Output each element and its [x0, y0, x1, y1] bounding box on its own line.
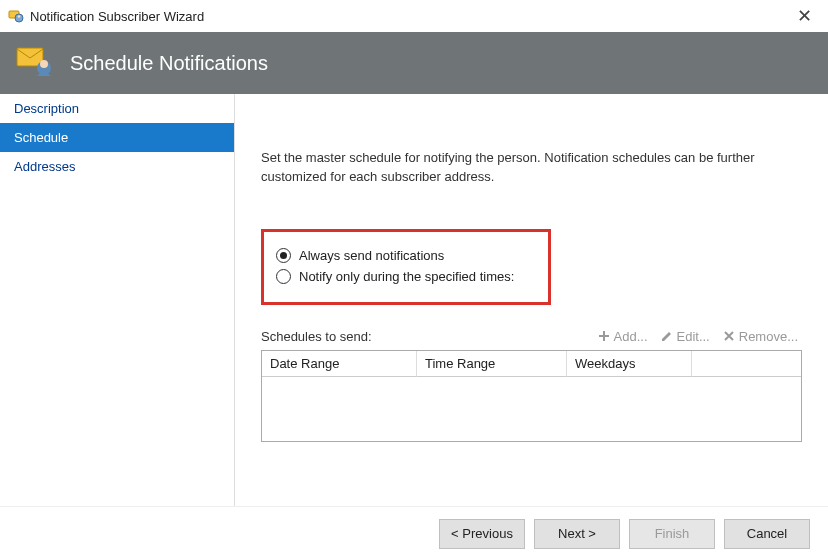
- schedules-table[interactable]: Date Range Time Range Weekdays: [261, 350, 802, 442]
- notification-mode-group: Always send notifications Notify only du…: [261, 229, 551, 305]
- column-date-range[interactable]: Date Range: [262, 351, 417, 377]
- finish-button: Finish: [629, 519, 715, 549]
- table-header-row: Date Range Time Range Weekdays: [262, 351, 801, 377]
- envelope-user-icon: [14, 42, 56, 84]
- add-label: Add...: [614, 329, 648, 344]
- radio-indicator-checked: [276, 248, 291, 263]
- window-title: Notification Subscriber Wizard: [30, 9, 788, 24]
- svg-point-2: [18, 15, 21, 18]
- svg-point-5: [40, 60, 48, 68]
- column-spacer: [692, 351, 801, 377]
- x-icon: [722, 329, 736, 343]
- app-icon: [8, 8, 24, 24]
- cancel-button[interactable]: Cancel: [724, 519, 810, 549]
- sidebar-item-schedule[interactable]: Schedule: [0, 123, 234, 152]
- wizard-sidebar: Description Schedule Addresses: [0, 94, 235, 506]
- close-icon[interactable]: ✕: [788, 5, 820, 27]
- edit-button[interactable]: Edit...: [656, 327, 714, 346]
- sidebar-item-addresses[interactable]: Addresses: [0, 152, 234, 181]
- column-weekdays[interactable]: Weekdays: [567, 351, 692, 377]
- svg-point-1: [15, 14, 23, 22]
- titlebar: Notification Subscriber Wizard ✕: [0, 0, 828, 32]
- content-pane: Set the master schedule for notifying th…: [235, 94, 828, 506]
- add-button[interactable]: Add...: [593, 327, 652, 346]
- column-time-range[interactable]: Time Range: [417, 351, 567, 377]
- schedules-to-send-label: Schedules to send:: [261, 329, 372, 344]
- remove-button[interactable]: Remove...: [718, 327, 802, 346]
- sidebar-item-description[interactable]: Description: [0, 94, 234, 123]
- previous-button[interactable]: < Previous: [439, 519, 525, 549]
- radio-label-specified: Notify only during the specified times:: [299, 269, 514, 284]
- wizard-footer: < Previous Next > Finish Cancel: [0, 506, 828, 560]
- next-button[interactable]: Next >: [534, 519, 620, 549]
- radio-always-send[interactable]: Always send notifications: [276, 248, 536, 263]
- plus-icon: [597, 329, 611, 343]
- schedule-description: Set the master schedule for notifying th…: [261, 149, 802, 187]
- pencil-icon: [660, 329, 674, 343]
- schedule-toolbar: Add... Edit... Remove...: [593, 327, 802, 346]
- remove-label: Remove...: [739, 329, 798, 344]
- radio-label-always: Always send notifications: [299, 248, 444, 263]
- radio-indicator-unchecked: [276, 269, 291, 284]
- radio-specified-times[interactable]: Notify only during the specified times:: [276, 269, 536, 284]
- wizard-header: Schedule Notifications: [0, 32, 828, 94]
- edit-label: Edit...: [677, 329, 710, 344]
- page-title: Schedule Notifications: [70, 52, 268, 75]
